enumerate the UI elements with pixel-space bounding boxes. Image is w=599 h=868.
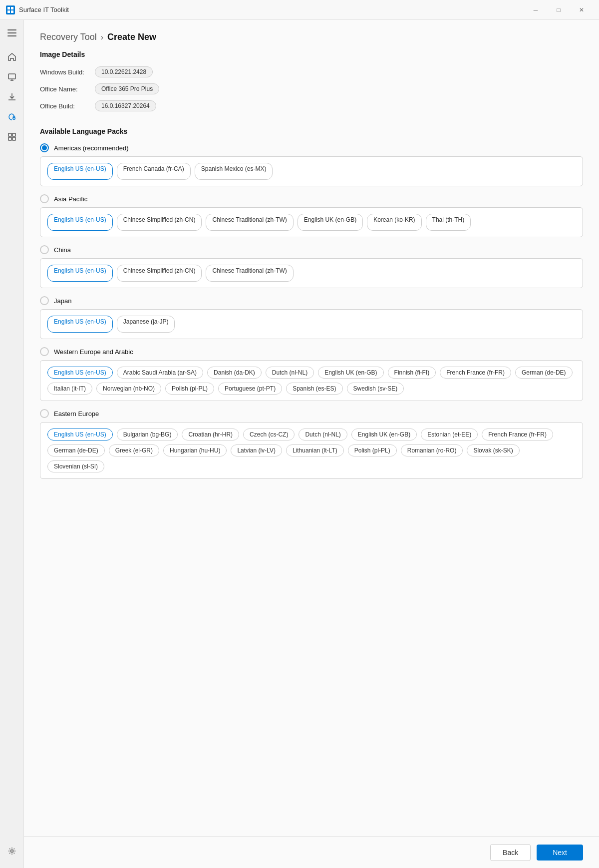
image-details-section: Image Details Windows Build: 10.0.22621.… [40,50,583,111]
app-layout: Recovery Tool › Create New Image Details… [0,20,599,868]
sidebar [0,20,24,868]
lang-tag: Italian (it-IT) [47,383,92,395]
close-button[interactable]: ✕ [570,2,593,18]
svg-rect-6 [8,133,11,136]
lang-tag: Lithuanian (lt-LT) [286,444,344,456]
sidebar-item-info[interactable] [3,128,21,146]
breadcrumb-separator: › [101,33,103,42]
lang-tag: Danish (da-DK) [207,367,262,379]
sidebar-item-download[interactable] [3,88,21,106]
region-group-japan: JapanEnglish US (en-US)Japanese (ja-JP) [40,296,583,339]
region-group-asia-pacific: Asia PacificEnglish US (en-US)Chinese Si… [40,194,583,237]
lang-tag: Chinese Simplified (zh-CN) [117,265,202,282]
lang-tag: Dutch (nl-NL) [266,367,314,379]
sidebar-item-recovery[interactable] [3,108,21,126]
region-group-china: ChinaEnglish US (en-US)Chinese Simplifie… [40,245,583,288]
region-name-japan: Japan [54,297,71,305]
sidebar-item-settings[interactable] [3,842,21,860]
lang-box-china: English US (en-US)Chinese Simplified (zh… [40,258,583,288]
lang-box-eastern-europe: English US (en-US)Bulgarian (bg-BG)Croat… [40,422,583,479]
sidebar-item-device[interactable] [3,68,21,86]
lang-tag: French Canada (fr-CA) [117,163,191,180]
office-build-value: 16.0.16327.20264 [95,100,156,111]
radio-western-europe[interactable] [40,347,49,356]
lang-tag: Portuguese (pt-PT) [218,383,282,395]
next-button[interactable]: Next [537,845,583,861]
content-area: Image Details Windows Build: 10.0.22621.… [24,50,599,537]
svg-rect-8 [8,137,11,140]
lang-tag: English UK (en-GB) [298,214,363,231]
lang-tag: Chinese Simplified (zh-CN) [117,214,202,231]
lang-tag: Finnish (fi-FI) [388,367,436,379]
windows-build-row: Windows Build: 10.0.22621.2428 [40,66,583,77]
lang-tag: Czech (cs-CZ) [243,429,295,440]
svg-point-5 [12,117,15,120]
radio-americas[interactable] [40,143,49,152]
lang-tag: Greek (el-GR) [109,444,159,456]
region-label-china[interactable]: China [40,245,583,254]
lang-tag: Romanian (ro-RO) [401,444,463,456]
office-build-row: Office Build: 16.0.16327.20264 [40,100,583,111]
radio-eastern-europe[interactable] [40,409,49,418]
title-bar-left: Surface IT Toolkit [6,5,69,14]
lang-tag: English US (en-US) [47,265,113,282]
sidebar-bottom [3,842,21,860]
lang-tag: Estonian (et-EE) [421,429,478,440]
lang-tag: English US (en-US) [47,316,113,333]
lang-tag: English US (en-US) [47,429,113,440]
regions-container: Americas (recommended)English US (en-US)… [40,143,583,479]
back-button[interactable]: Back [490,844,531,861]
lang-tag: Croatian (hr-HR) [182,429,239,440]
lang-tag: French France (fr-FR) [440,367,511,379]
lang-tag: Hungarian (hu-HU) [163,444,227,456]
region-group-americas: Americas (recommended)English US (en-US)… [40,143,583,186]
region-label-eastern-europe[interactable]: Eastern Europe [40,409,583,418]
lang-tag: Bulgarian (bg-BG) [117,429,178,440]
radio-japan[interactable] [40,296,49,305]
lang-tag: Korean (ko-KR) [367,214,421,231]
region-label-japan[interactable]: Japan [40,296,583,305]
language-packs-section: Available Language Packs Americas (recom… [40,127,583,479]
lang-tag: English UK (en-GB) [318,367,383,379]
minimize-button[interactable]: ─ [524,2,547,18]
svg-point-10 [10,850,13,853]
region-label-western-europe[interactable]: Western Europe and Arabic [40,347,583,356]
hamburger-button[interactable] [3,24,21,42]
region-label-americas[interactable]: Americas (recommended) [40,143,583,152]
lang-tag: Swedish (sv-SE) [347,383,404,395]
title-bar: Surface IT Toolkit ─ □ ✕ [0,0,599,20]
title-bar-controls: ─ □ ✕ [524,2,593,18]
lang-tag: Arabic Saudi Arabia (ar-SA) [117,367,203,379]
windows-build-value: 10.0.22621.2428 [95,66,153,77]
lang-tag: Polish (pl-PL) [348,444,397,456]
svg-rect-3 [11,10,13,13]
main-content: Recovery Tool › Create New Image Details… [24,20,599,868]
lang-tag: Thai (th-TH) [426,214,471,231]
sidebar-item-home[interactable] [3,48,21,66]
radio-asia-pacific[interactable] [40,194,49,203]
lang-tag: German (de-DE) [47,444,105,456]
svg-rect-7 [12,133,15,136]
svg-rect-1 [11,7,13,9]
windows-build-label: Windows Build: [40,68,95,76]
language-packs-title: Available Language Packs [40,127,583,135]
svg-rect-9 [12,137,15,140]
office-name-label: Office Name: [40,85,95,93]
lang-tag: French France (fr-FR) [482,429,553,440]
region-name-americas: Americas (recommended) [54,144,129,152]
breadcrumb-parent[interactable]: Recovery Tool [40,32,97,42]
lang-tag: Polish (pl-PL) [165,383,214,395]
region-name-china: China [54,246,71,254]
radio-china[interactable] [40,245,49,254]
region-name-eastern-europe: Eastern Europe [54,410,99,418]
lang-tag: Japanese (ja-JP) [117,316,175,333]
maximize-button[interactable]: □ [547,2,570,18]
svg-rect-0 [7,7,10,9]
lang-tag: English US (en-US) [47,367,113,379]
lang-tag: English US (en-US) [47,214,113,231]
lang-box-western-europe: English US (en-US)Arabic Saudi Arabia (a… [40,360,583,401]
region-name-western-europe: Western Europe and Arabic [54,348,133,356]
lang-tag: English UK (en-GB) [351,429,417,440]
region-label-asia-pacific[interactable]: Asia Pacific [40,194,583,203]
app-icon [6,5,15,14]
